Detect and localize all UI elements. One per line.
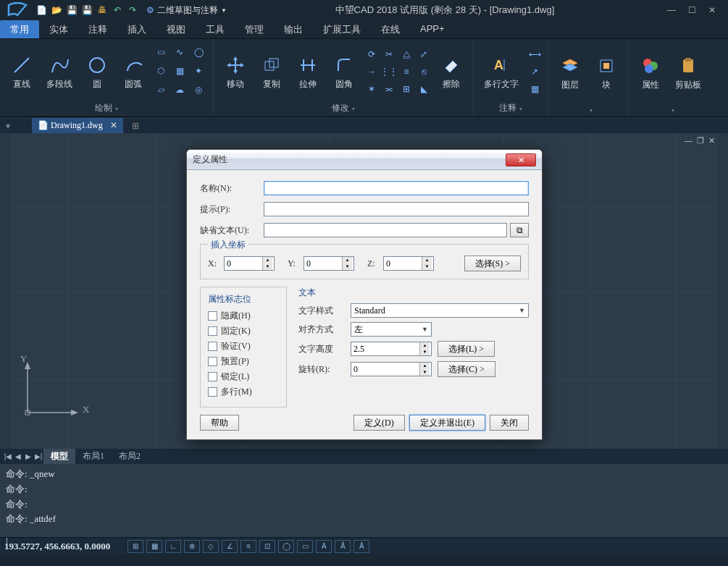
otrack-button[interactable]: ∠ (222, 540, 238, 553)
move-button[interactable]: 移动 (219, 52, 251, 92)
arc-button[interactable]: 圆弧 (117, 52, 149, 92)
multi-checkbox[interactable] (208, 387, 217, 397)
select-rot-button[interactable]: 选择(C) > (438, 361, 495, 377)
height-input[interactable] (351, 342, 419, 355)
help-button[interactable]: 帮助 (200, 415, 239, 431)
x-input[interactable] (225, 258, 262, 269)
ellipse-icon[interactable]: ◯ (191, 45, 206, 59)
verify-checkbox[interactable] (208, 342, 217, 351)
redo-icon[interactable]: ↷ (126, 4, 139, 17)
undo-icon[interactable]: ↶ (111, 4, 124, 17)
cycle-button[interactable]: ◯ (278, 540, 294, 553)
tab-view[interactable]: 视图 (156, 20, 196, 38)
rotate-icon[interactable]: ⟳ (364, 47, 379, 62)
saveas-icon[interactable]: 💾 (80, 4, 93, 17)
array-icon[interactable]: ⋮⋮ (382, 64, 396, 79)
rot-spinner[interactable]: ▲▼ (351, 362, 432, 376)
copy-button[interactable]: 复制 (256, 52, 288, 92)
polyline-button[interactable]: 多段线 (42, 52, 77, 92)
save-icon[interactable]: 💾 (65, 4, 78, 17)
anno3-button[interactable]: Ā (353, 540, 369, 553)
break-icon[interactable]: ⎋ (417, 64, 431, 79)
tab-solid[interactable]: 实体 (39, 20, 78, 38)
block-button[interactable]: 块 (590, 53, 622, 93)
rot-input[interactable] (351, 363, 419, 376)
join-icon[interactable]: ⫘ (382, 82, 396, 96)
y-input[interactable] (304, 258, 342, 269)
default-input[interactable] (264, 223, 507, 237)
panel-draw-title[interactable]: 绘制 (6, 101, 207, 115)
snap-button[interactable]: ⊞ (127, 540, 143, 553)
spline-icon[interactable]: ∿ (172, 45, 187, 59)
properties-button[interactable]: 属性 (635, 53, 666, 93)
doc-minimize-button[interactable]: — (685, 136, 693, 145)
point-icon[interactable]: ✦ (191, 64, 206, 78)
mtext-button[interactable]: A多行文字 (480, 52, 523, 92)
layout-next-icon[interactable]: ▶ (23, 452, 33, 460)
layout-first-icon[interactable]: |◀ (3, 452, 13, 460)
layout-prev-icon[interactable]: ◀ (13, 452, 23, 460)
z-spinner[interactable]: ▲▼ (383, 256, 434, 271)
tab-home[interactable]: 常用 (0, 20, 39, 38)
tab-tools[interactable]: 工具 (196, 20, 235, 38)
polygon-icon[interactable]: ⬡ (154, 64, 168, 78)
align-icon[interactable]: ⊞ (399, 82, 414, 96)
close-icon[interactable]: ✕ (110, 120, 117, 131)
osnap-button[interactable]: ◇ (203, 540, 219, 553)
x-spinner[interactable]: ▲▼ (224, 256, 275, 271)
ortho-button[interactable]: ∟ (165, 540, 181, 553)
hidden-checkbox[interactable] (208, 311, 217, 321)
define-exit-button[interactable]: 定义并退出(E) (409, 415, 485, 431)
tab-insert[interactable]: 插入 (117, 20, 156, 38)
panel-util-title[interactable] (635, 104, 706, 115)
tab-online[interactable]: 在线 (371, 20, 410, 38)
close-button[interactable]: 关闭 (490, 415, 529, 431)
table-icon[interactable]: ▦ (527, 82, 542, 96)
close-button[interactable]: ✕ (703, 4, 721, 17)
hatch-icon[interactable]: ▦ (172, 64, 187, 78)
insert-field-button[interactable]: ⧉ (510, 223, 529, 237)
clipboard-button[interactable]: 剪贴板 (671, 53, 706, 93)
plot-icon[interactable]: 🖶 (96, 4, 109, 17)
name-input[interactable] (264, 181, 529, 195)
tab-app[interactable]: APP+ (410, 20, 455, 38)
donut-icon[interactable]: ◎ (191, 83, 206, 97)
height-spinner[interactable]: ▲▼ (351, 342, 432, 356)
anno-button[interactable]: A (316, 540, 332, 553)
region-icon[interactable]: ▱ (154, 83, 168, 97)
z-input[interactable] (384, 258, 422, 269)
tab-annotate[interactable]: 注释 (78, 20, 117, 38)
align-combo[interactable]: 左▼ (351, 322, 432, 337)
explode-icon[interactable]: ✶ (364, 82, 379, 96)
grid-button[interactable]: ▦ (146, 540, 162, 553)
style-combo[interactable]: Standard▼ (351, 303, 529, 318)
offset-icon[interactable]: ≡ (399, 64, 414, 79)
chamfer-icon[interactable]: ◣ (417, 82, 431, 96)
stretch-button[interactable]: 拉伸 (292, 52, 324, 92)
document-tab[interactable]: 📄 Drawing1.dwg ✕ (32, 118, 123, 133)
select-height-button[interactable]: 选择(L) > (438, 341, 495, 357)
panel-layer-title[interactable] (554, 104, 622, 115)
workspace-selector[interactable]: ⚙ 二维草图与注释 ▼ (146, 4, 227, 17)
preset-checkbox[interactable] (208, 357, 217, 366)
tab-layout1[interactable]: 布局1 (75, 449, 112, 464)
define-button[interactable]: 定义(D) (353, 415, 405, 431)
dialog-close-button[interactable]: ✕ (506, 153, 536, 166)
prompt-input[interactable] (264, 202, 529, 216)
lock-checkbox[interactable] (208, 372, 217, 381)
doc-restore-button[interactable]: ❐ (697, 136, 704, 145)
layer-button[interactable]: 图层 (554, 53, 586, 93)
extend-icon[interactable]: → (364, 64, 379, 79)
command-area[interactable]: 命令: _qnew 命令: 命令: 命令: _attdef | (0, 463, 728, 537)
panel-modify-title[interactable]: 修改 (219, 101, 467, 115)
layout-last-icon[interactable]: ▶| (33, 452, 43, 460)
minimize-button[interactable]: — (663, 4, 680, 17)
tab-ext[interactable]: 扩展工具 (313, 20, 371, 38)
dim-icon[interactable]: ⟷ (527, 47, 542, 62)
model-button[interactable]: ▭ (297, 540, 313, 553)
tab-layout2[interactable]: 布局2 (112, 449, 148, 464)
scale-icon[interactable]: ⤢ (417, 47, 431, 62)
maximize-button[interactable]: ☐ (683, 4, 700, 17)
doc-close-button[interactable]: ✕ (708, 136, 715, 145)
dialog-titlebar[interactable]: 定义属性 ✕ (187, 150, 542, 170)
